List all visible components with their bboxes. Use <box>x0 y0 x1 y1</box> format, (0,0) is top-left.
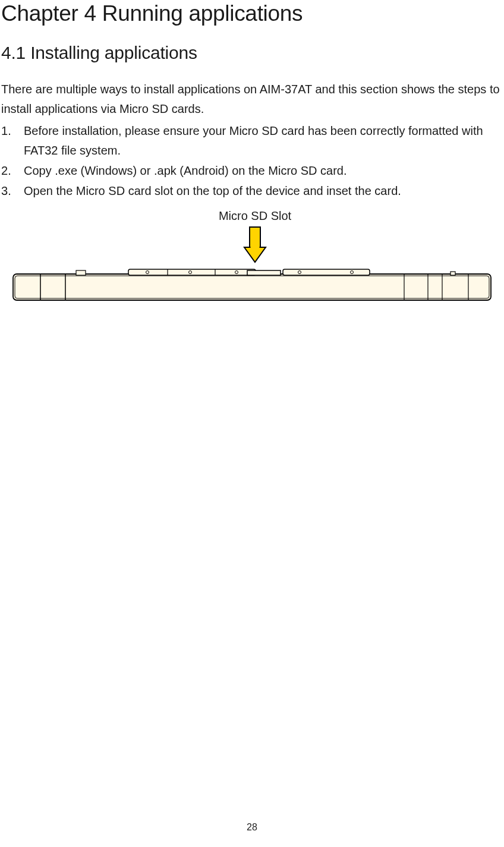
svg-rect-21 <box>451 272 455 275</box>
chapter-title: Chapter 4 Running applications <box>1 1 503 26</box>
svg-rect-3 <box>13 274 491 300</box>
step-item: Copy .exe (Windows) or .apk (Android) on… <box>1 161 503 181</box>
section-intro: There are multiple ways to install appli… <box>1 80 503 119</box>
svg-rect-14 <box>247 270 281 275</box>
svg-rect-2 <box>251 246 260 248</box>
arrow-icon <box>242 226 268 263</box>
figure: Micro SD Slot <box>1 209 503 301</box>
svg-rect-7 <box>76 270 86 275</box>
svg-marker-1 <box>244 247 266 262</box>
step-item: Before installation, please ensure your … <box>1 121 503 160</box>
section-title: 4.1 Installing applications <box>1 43 503 63</box>
device-image <box>1 267 503 301</box>
page-number: 28 <box>0 822 504 833</box>
svg-rect-15 <box>283 269 370 275</box>
steps-list: Before installation, please ensure your … <box>1 121 503 201</box>
svg-rect-0 <box>250 227 260 247</box>
step-item: Open the Micro SD card slot on the top o… <box>1 181 503 201</box>
figure-caption: Micro SD Slot <box>219 209 291 223</box>
